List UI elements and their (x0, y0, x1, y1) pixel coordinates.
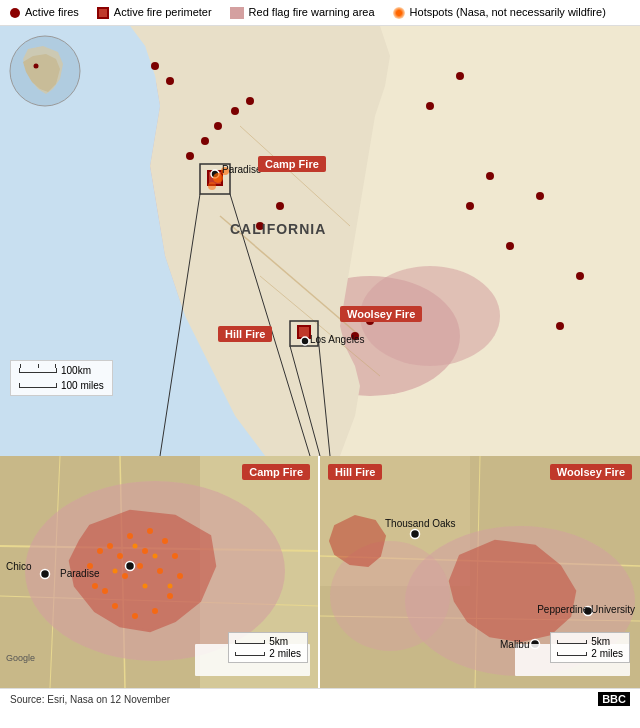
bbc-logo: BBC (598, 692, 630, 706)
svg-point-15 (186, 152, 194, 160)
source-bar: Source: Esri, Nasa on 12 November BBC (0, 688, 640, 709)
svg-point-50 (107, 543, 113, 549)
svg-point-40 (208, 182, 216, 190)
svg-point-20 (466, 202, 474, 210)
svg-point-28 (166, 77, 174, 85)
svg-point-26 (426, 102, 434, 110)
warning-area-icon (230, 7, 244, 19)
source-text: Source: Esri, Nasa on 12 November (10, 694, 170, 705)
svg-point-17 (276, 202, 284, 210)
active-fires-label: Active fires (25, 6, 79, 19)
svg-point-65 (157, 568, 163, 574)
scale-miles-label: 100 miles (61, 380, 104, 391)
warning-area-label: Red flag fire warning area (249, 6, 375, 19)
los-angeles-label: Los Angeles (310, 334, 365, 345)
scale-bar: 100km 100 miles (10, 360, 113, 396)
svg-point-58 (132, 613, 138, 619)
detail-miles-label-right: 2 miles (591, 648, 623, 659)
svg-point-73 (168, 584, 173, 589)
california-label: CALIFORNIA (230, 221, 326, 237)
hotspots-icon (393, 7, 405, 19)
svg-point-59 (112, 603, 118, 609)
legend-fire-perimeter: Active fire perimeter (97, 6, 212, 19)
thousand-oaks-label: Thousand Oaks (385, 518, 456, 529)
paradise-detail-label: Paradise (60, 568, 99, 579)
scale-km-label: 100km (61, 365, 91, 376)
hill-woolsey-detail-map: Hill Fire Woolsey Fire Thousand Oaks Mal… (320, 456, 640, 688)
detail-miles-label: 2 miles (269, 648, 301, 659)
svg-point-64 (137, 563, 143, 569)
svg-point-66 (142, 548, 148, 554)
legend-bar: Active fires Active fire perimeter Red f… (0, 0, 640, 26)
svg-point-51 (127, 533, 133, 539)
svg-point-68 (102, 588, 108, 594)
svg-point-72 (113, 569, 118, 574)
svg-point-24 (556, 322, 564, 330)
google-attribution: Google (6, 653, 35, 663)
camp-fire-detail-map: Camp Fire Chico Paradise 5km 2 miles Goo… (0, 456, 320, 688)
svg-point-25 (576, 272, 584, 280)
svg-point-42 (34, 64, 39, 69)
svg-point-54 (172, 553, 178, 559)
hill-fire-detail-label: Hill Fire (328, 464, 382, 480)
malibu-label: Malibu (500, 639, 529, 650)
svg-point-67 (122, 573, 128, 579)
svg-point-22 (486, 172, 494, 180)
hill-fire-label: Hill Fire (218, 326, 272, 342)
detail-km-label: 5km (269, 636, 288, 647)
svg-point-29 (151, 62, 159, 70)
svg-rect-10 (298, 326, 310, 338)
active-fires-icon (10, 8, 20, 18)
svg-point-52 (147, 528, 153, 534)
svg-point-12 (231, 107, 239, 115)
woolsey-fire-label: Woolsey Fire (340, 306, 422, 322)
svg-point-37 (301, 337, 309, 345)
camp-fire-label: Camp Fire (258, 156, 326, 172)
svg-point-62 (97, 548, 103, 554)
svg-point-13 (201, 137, 209, 145)
paradise-label: Paradise (222, 164, 261, 175)
svg-point-53 (162, 538, 168, 544)
svg-point-14 (246, 97, 254, 105)
main-map: 100km 100 miles CALIFORNIA Paradise Los … (0, 26, 640, 456)
svg-point-75 (126, 562, 135, 571)
camp-fire-detail-label: Camp Fire (242, 464, 310, 480)
svg-point-74 (41, 570, 50, 579)
svg-point-70 (153, 554, 158, 559)
svg-point-56 (167, 593, 173, 599)
svg-point-57 (152, 608, 158, 614)
svg-point-84 (411, 530, 420, 539)
svg-point-71 (143, 584, 148, 589)
detail-km-label-right: 5km (591, 636, 610, 647)
hotspots-label: Hotspots (Nasa, not necessarily wildfire… (410, 6, 606, 19)
svg-point-63 (117, 553, 123, 559)
legend-warning-area: Red flag fire warning area (230, 6, 375, 19)
fire-perimeter-label: Active fire perimeter (114, 6, 212, 19)
legend-active-fires: Active fires (10, 6, 79, 19)
svg-point-69 (133, 544, 138, 549)
svg-point-21 (506, 242, 514, 250)
svg-point-23 (536, 192, 544, 200)
globe-inset (8, 34, 83, 109)
fire-perimeter-icon (97, 7, 109, 19)
legend-hotspots: Hotspots (Nasa, not necessarily wildfire… (393, 6, 606, 19)
pepperdine-label: Pepperdine University (537, 604, 635, 615)
woolsey-fire-detail-label: Woolsey Fire (550, 464, 632, 480)
camp-fire-scale: 5km 2 miles (228, 632, 308, 663)
svg-point-27 (456, 72, 464, 80)
chico-detail-label: Chico (6, 561, 32, 572)
svg-point-55 (177, 573, 183, 579)
svg-point-11 (214, 122, 222, 130)
detail-maps-row: Camp Fire Chico Paradise 5km 2 miles Goo… (0, 456, 640, 688)
hill-woolsey-scale: 5km 2 miles (550, 632, 630, 663)
svg-point-60 (92, 583, 98, 589)
